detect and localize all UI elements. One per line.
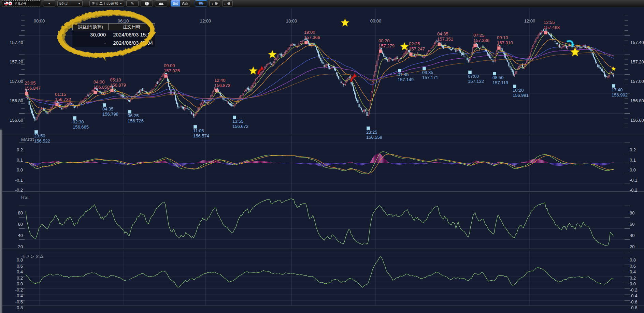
bid-button[interactable]: Bid	[171, 0, 180, 6]
candle-chart-type-button[interactable]	[195, 0, 207, 6]
candle-down	[232, 105, 233, 106]
candle-up	[348, 77, 349, 78]
swing-high-label: 19:00157.366	[304, 30, 320, 40]
candle-down	[170, 86, 170, 90]
time-axis-label-top: 12:00	[200, 18, 211, 24]
macd-bar	[560, 163, 561, 166]
macd-bar	[485, 163, 486, 163]
panel-resize-gutter[interactable]	[0, 130, 2, 313]
macd-bar	[119, 163, 119, 164]
candle-up	[542, 31, 543, 32]
swing-high-label: 12:40156.873	[214, 78, 230, 88]
price-axis-label: 157.20	[10, 59, 23, 64]
candle-down	[559, 45, 560, 47]
candle-up	[234, 105, 234, 106]
indicator-axis-label: 40	[630, 233, 634, 238]
macd-bar	[224, 163, 224, 164]
macd-bar	[548, 163, 549, 163]
candle-down	[593, 54, 593, 57]
rsi-panel-title: RSI	[21, 195, 29, 200]
area-chart-button[interactable]	[155, 0, 167, 6]
candle-down	[595, 60, 596, 62]
macd-bar	[609, 163, 610, 164]
macd-bar	[567, 163, 568, 165]
macd-bar	[510, 163, 510, 165]
candle-down	[231, 104, 232, 106]
draw-tool-button[interactable]: ✎	[126, 0, 139, 6]
candle-up	[76, 106, 77, 106]
candle-up	[433, 45, 434, 47]
candle-down	[168, 80, 169, 87]
macd-bar	[394, 163, 395, 164]
candle-up	[243, 93, 243, 95]
macd-bar	[55, 161, 55, 163]
macd-bar	[608, 163, 609, 164]
swing-low-label: 01:45157.149	[398, 72, 414, 82]
macd-bar	[324, 163, 325, 167]
candle-down	[384, 54, 384, 56]
candle-up	[288, 49, 288, 50]
candle-down	[456, 49, 456, 52]
macd-bar	[73, 163, 73, 163]
ask-label: Ask	[182, 1, 188, 5]
chart-area[interactable]: 157.40157.40157.20157.20157.00157.00156.…	[0, 7, 644, 313]
candle-up	[78, 104, 79, 105]
info-button[interactable]: i	[141, 0, 153, 6]
candle-up	[258, 76, 259, 77]
macd-bar	[392, 163, 393, 164]
swing-high-marker	[25, 92, 28, 95]
macd-bar	[541, 160, 542, 163]
macd-bar	[524, 162, 525, 163]
indicator-axis-label: 0.2	[630, 275, 636, 281]
candle-up	[302, 41, 303, 41]
macd-bar	[104, 163, 105, 164]
chevron-down-icon: ▼	[78, 2, 81, 5]
candle-down	[321, 60, 322, 62]
macd-bar	[552, 163, 552, 164]
macd-bar	[344, 163, 345, 164]
macd-bar	[291, 163, 292, 163]
candle-down	[29, 101, 29, 105]
swing-high-label: 09:00157.025	[164, 63, 180, 73]
chart-canvas[interactable]	[0, 7, 644, 313]
zoom-out-button[interactable]: ↕ ⊖	[209, 0, 220, 6]
candle-down	[101, 93, 101, 94]
timeframe-select[interactable]: 5分足 ▼	[57, 0, 83, 6]
candle-down	[353, 87, 354, 91]
technical-select-button[interactable]: テクニカル選択 ▼	[89, 0, 124, 6]
currency-pair-selector[interactable]: ドル/円	[2, 0, 41, 6]
macd-bar	[345, 163, 346, 164]
candle-down	[511, 68, 512, 70]
candle-down	[491, 59, 492, 60]
macd-bar	[457, 163, 457, 164]
candle-down	[183, 107, 184, 109]
macd-bar	[290, 163, 291, 163]
ask-button[interactable]: Ask	[180, 0, 190, 6]
candle-up	[586, 48, 587, 48]
time-axis-label-top: 06:10	[118, 18, 129, 24]
candle-up	[263, 70, 264, 72]
candle-down	[602, 70, 603, 71]
candle-up	[435, 42, 436, 43]
macd-bar	[310, 163, 311, 165]
macd-bar	[153, 163, 153, 163]
macd-bar	[75, 163, 76, 163]
macd-bar	[300, 163, 301, 164]
macd-bar	[448, 163, 448, 164]
macd-bar	[95, 162, 96, 163]
pair-dropdown-button[interactable]: ▼	[43, 0, 55, 6]
candle-up	[495, 56, 496, 61]
candle-down	[33, 114, 34, 118]
zoom-in-button[interactable]: ↕ ⊕	[222, 0, 233, 6]
macd-bar	[359, 163, 359, 165]
candle-up	[331, 69, 331, 69]
candle-down	[320, 58, 321, 60]
candle-up	[202, 101, 203, 104]
candle-up	[583, 45, 584, 46]
macd-bar	[109, 163, 110, 163]
candle-up	[297, 47, 298, 48]
chart-toolbar: ドル/円 ▼ 5分足 ▼ テクニカル選択 ▼ ✎ i Bid	[0, 0, 644, 7]
candle-up	[290, 46, 291, 46]
macd-bar	[158, 162, 159, 163]
candle-up	[266, 64, 267, 66]
